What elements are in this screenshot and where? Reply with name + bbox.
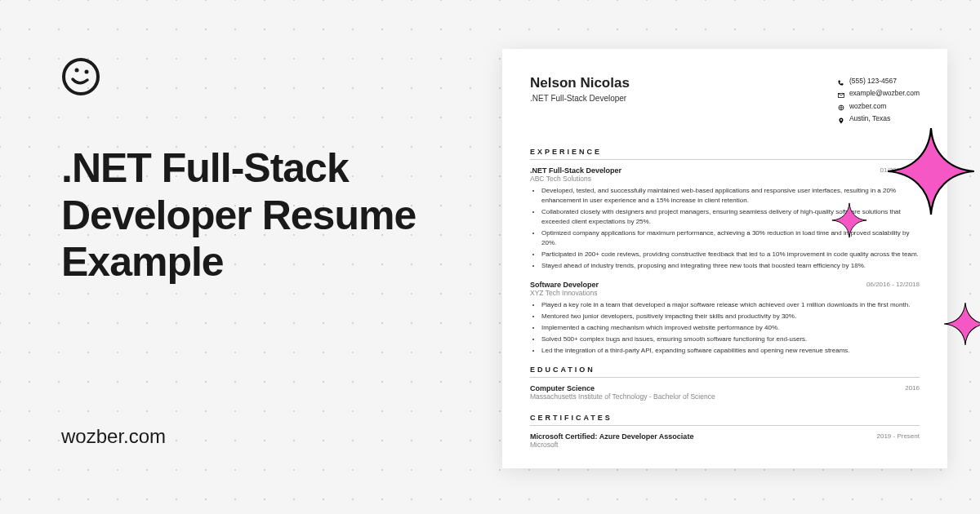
certificate-name: Microsoft Certified: Azure Developer Ass… [530,432,693,441]
sparkle-decoration-icon [886,126,976,216]
job-title: Software Developer [530,281,599,289]
globe-icon [838,103,844,109]
svg-point-2 [85,70,89,74]
contact-website: wozber.com [838,100,920,113]
contact-email: example@wozber.com [838,87,920,100]
certificate-entry: Microsoft Certified: Azure Developer Ass… [530,432,920,449]
contact-email-text: example@wozber.com [849,87,920,100]
contact-location-text: Austin, Texas [849,113,890,125]
bullet-item: Led the integration of a third-party API… [541,346,920,356]
experience-heading: EXPERIENCE [530,148,920,160]
bullet-item: Solved 500+ complex bugs and issues, ens… [541,335,920,344]
svg-point-1 [75,69,79,73]
resume-job-title: .NET Full-Stack Developer [530,94,630,103]
job-entry: Software Developer 06/2016 - 12/2018 XYZ… [530,281,920,356]
location-icon [838,116,844,122]
bullet-item: Participated in 200+ code reviews, provi… [541,250,920,259]
bullet-item: Mentored two junior developers, positive… [541,312,920,321]
site-url: wozber.com [61,425,470,448]
bullet-item: Implemented a caching mechanism which im… [541,323,920,333]
resume-header: Nelson Nicolas .NET Full-Stack Developer… [530,75,920,125]
email-icon [838,91,844,97]
contact-list: (555) 123-4567 example@wozber.com wozber… [838,75,920,125]
bullet-item: Stayed ahead of industry trends, proposi… [541,261,920,271]
job-dates: 06/2016 - 12/2018 [866,281,920,289]
phone-icon [838,78,844,85]
education-entry: Computer Science 2016 Massachusetts Inst… [530,384,920,401]
certificates-heading: CERTIFICATES [530,414,920,426]
certificate-issuer: Microsoft [530,441,920,449]
contact-phone: (555) 123-4567 [838,75,920,87]
resume-name: Nelson Nicolas [530,75,630,91]
wozber-logo-icon [61,57,100,96]
contact-phone-text: (555) 123-4567 [849,75,897,87]
resume-preview: Nelson Nicolas .NET Full-Stack Developer… [502,49,947,468]
education-year: 2016 [905,384,920,392]
certificate-dates: 2019 - Present [877,432,920,441]
contact-website-text: wozber.com [849,100,886,113]
sparkle-decoration-icon [943,302,980,346]
contact-location: Austin, Texas [838,113,920,125]
job-title: .NET Full-Stack Developer [530,166,621,175]
job-bullets: Played a key role in a team that develop… [530,300,920,356]
education-degree: Computer Science [530,384,595,392]
left-panel: .NET Full-Stack Developer Resume Example… [61,57,470,448]
job-company: XYZ Tech Innovations [530,289,920,297]
job-company: ABC Tech Solutions [530,175,920,183]
page-headline: .NET Full-Stack Developer Resume Example [61,145,470,286]
education-school: Massachusetts Institute of Technology - … [530,392,920,401]
bullet-item: Played a key role in a team that develop… [541,300,920,310]
svg-point-0 [64,60,98,94]
sparkle-decoration-icon [831,202,867,238]
education-heading: EDUCATION [530,366,920,378]
